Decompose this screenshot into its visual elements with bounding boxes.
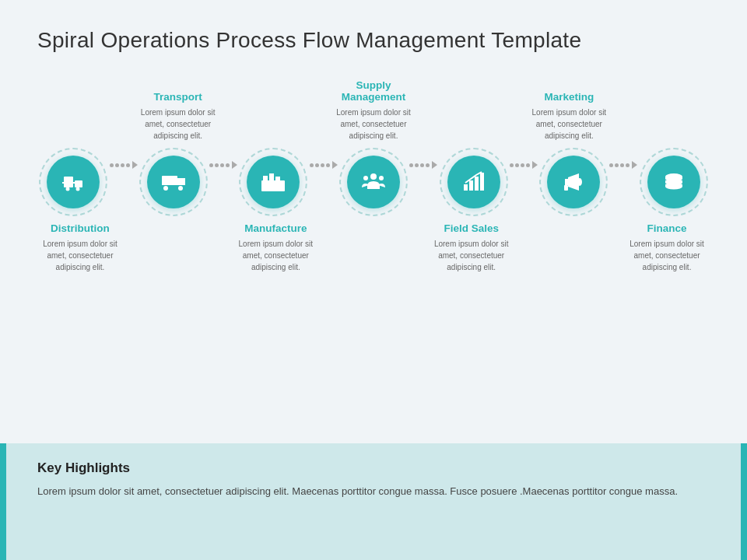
connector-3 [310,161,338,203]
circle-marketing [538,148,610,216]
main-content: Spiral Operations Process Flow Managemen… [0,0,747,443]
fieldsales-icon [462,170,486,194]
connector-6 [609,161,637,203]
manufacture-label: Manufacture [233,222,318,234]
svg-point-4 [76,187,80,191]
marketing-label: Marketing [526,91,612,103]
svg-rect-15 [268,184,271,188]
transport-lorem: Lorem ipsum dolor sit amet, consectetuer… [135,107,221,142]
top-labels-row: Transport Lorem ipsum dolor sit amet, co… [37,78,710,148]
finance-icon [662,170,686,194]
circles-row [37,148,710,216]
circle-manufacture [237,148,310,216]
bottom-info-fieldsales: Field Sales Lorem ipsum dolor sit amet, … [429,216,514,286]
left-accent [0,443,6,560]
svg-rect-2 [65,184,68,187]
circle-inner-marketing [547,156,600,208]
finance-label: Finance [624,222,710,234]
circle-inner-supply [347,156,400,208]
highlights-title: Key Highlights [37,460,710,476]
connector-4 [409,161,437,203]
supply-label: Supply Management [331,79,416,103]
connector-5 [510,161,538,203]
fieldsales-label: Field Sales [429,222,514,234]
circle-inner-distribution [47,156,100,208]
top-info-marketing: Marketing Lorem ipsum dolor sit amet, co… [526,78,612,148]
svg-rect-24 [480,173,484,191]
flow-diagram: Transport Lorem ipsum dolor sit amet, co… [37,78,710,286]
distribution-lorem: Lorem ipsum dolor sit amet, consectetuer… [37,238,123,273]
svg-rect-17 [278,184,280,188]
svg-point-18 [370,173,377,180]
key-highlights-section: Key Highlights Lorem ipsum dolor sit ame… [0,443,747,560]
transport-icon [161,171,186,193]
svg-rect-13 [275,177,280,182]
circle-outer-fieldsales [440,148,508,216]
circle-outer-transport [139,148,208,216]
manufacture-icon [261,171,286,193]
circle-fieldsales [437,148,510,216]
svg-rect-16 [273,184,275,188]
top-info-supply: Supply Management Lorem ipsum dolor sit … [331,78,416,148]
svg-rect-12 [269,173,274,182]
circle-supply [338,148,410,216]
svg-rect-9 [162,183,185,185]
finance-lorem: Lorem ipsum dolor sit amet, consectetuer… [624,238,710,273]
bottom-info-distribution: Distribution Lorem ipsum dolor sit amet,… [37,216,123,286]
svg-point-8 [178,186,183,191]
transport-label: Transport [135,91,221,103]
marketing-icon [562,170,585,194]
svg-rect-23 [475,177,479,191]
svg-point-19 [363,176,368,180]
svg-point-20 [379,176,384,180]
svg-point-26 [577,178,582,186]
marketing-lorem: Lorem ipsum dolor sit amet, consectetuer… [526,107,612,142]
bottom-info-finance: Finance Lorem ipsum dolor sit amet, cons… [624,216,710,286]
circle-distribution [37,148,110,216]
distribution-label: Distribution [37,222,123,234]
circle-inner-transport [147,156,200,208]
circle-outer-distribution [39,148,107,216]
top-info-transport: Transport Lorem ipsum dolor sit amet, co… [135,78,221,148]
svg-rect-11 [263,176,268,182]
page-title: Spiral Operations Process Flow Managemen… [37,28,710,53]
svg-rect-1 [75,180,82,187]
supply-icon [361,170,386,194]
circle-inner-fieldsales [447,156,500,208]
svg-point-3 [66,187,70,191]
connector-1 [110,161,138,203]
circle-outer-marketing [539,148,608,216]
circle-inner-finance [647,156,700,208]
highlights-body: Lorem ipsum dolor sit amet, consectetuer… [37,484,710,500]
fieldsales-lorem: Lorem ipsum dolor sit amet, consectetuer… [429,238,514,273]
svg-point-33 [665,184,682,190]
connector-2 [209,161,237,203]
manufacture-lorem: Lorem ipsum dolor sit amet, consectetuer… [233,238,318,273]
circle-outer-supply [339,148,408,216]
svg-point-7 [163,186,168,191]
distribution-icon [61,170,85,194]
svg-rect-25 [564,185,568,191]
right-accent [741,443,747,560]
svg-rect-5 [62,182,75,184]
supply-lorem: Lorem ipsum dolor sit amet, consectetuer… [331,107,416,142]
bottom-info-manufacture: Manufacture Lorem ipsum dolor sit amet, … [233,216,318,286]
circle-finance [637,148,710,216]
bottom-labels-row: Distribution Lorem ipsum dolor sit amet,… [37,216,710,286]
svg-rect-22 [469,180,473,191]
circle-transport [138,148,210,216]
circle-outer-finance [640,148,708,216]
svg-rect-21 [464,184,468,191]
svg-rect-14 [264,184,266,188]
circle-outer-manufacture [239,148,307,216]
circle-inner-manufacture [247,156,300,208]
